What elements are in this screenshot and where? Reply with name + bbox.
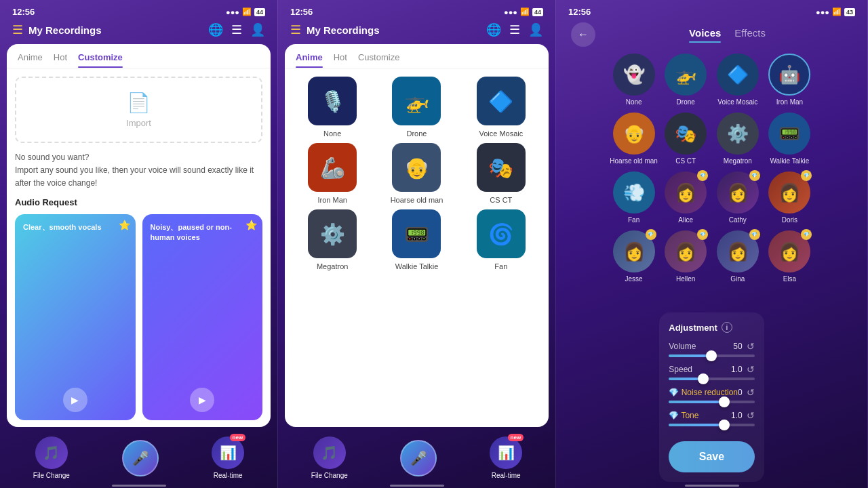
speed-track[interactable] [669, 378, 754, 380]
voice-item-walkie-talkie[interactable]: 📟Walkie Talkie [377, 209, 456, 270]
time-2: 12:56 [290, 7, 313, 17]
voice-item-hoarse[interactable]: 👴Hoarse old man [377, 143, 456, 204]
play-btn-2[interactable]: ▶ [190, 388, 214, 412]
voice-avatar-voice-mosaic: 🔷 [717, 54, 759, 96]
save-button[interactable]: Save [669, 441, 754, 472]
voice-card-voice-mosaic[interactable]: 🔷Voice Mosaic [714, 54, 762, 106]
hamburger-icon-2[interactable]: ☰ [290, 22, 301, 37]
status-bar-1: 12:56 ●●● 📶 44 [7, 7, 271, 17]
list-icon-2[interactable]: ☰ [509, 22, 520, 37]
voice-card-hoarse[interactable]: 👴Hoarse old man [610, 113, 658, 165]
speed-reset[interactable]: ↺ [747, 364, 755, 375]
globe-icon-2[interactable]: 🌐 [486, 22, 501, 37]
voice-card-fan[interactable]: 💨Fan [610, 171, 658, 224]
noise-value: 0 [738, 388, 743, 397]
voice-card-hellen[interactable]: 👩💎Hellen [662, 230, 710, 283]
user-icon-2[interactable]: 👤 [528, 22, 543, 37]
wifi-icon-3: 📶 [832, 7, 842, 16]
voice-card-elsa[interactable]: 👩💎Elsa [766, 230, 814, 283]
hamburger-icon-1[interactable]: ☰ [12, 22, 23, 37]
voice-card-none[interactable]: 👻None [610, 54, 658, 106]
volume-fill [669, 354, 711, 357]
tab-hot-2[interactable]: Hot [334, 52, 347, 68]
voice-card-label-hellen: Hellen [676, 275, 695, 283]
voice-item-iron-man[interactable]: 🦾Iron Man [293, 143, 372, 204]
premium-badge-hellen: 💎 [697, 229, 708, 240]
noise-reset[interactable]: ↺ [747, 387, 755, 398]
tone-thumb[interactable] [719, 420, 730, 430]
noise-track[interactable] [669, 401, 754, 403]
user-icon-1[interactable]: 👤 [250, 22, 265, 37]
tab-customize-1[interactable]: Customize [78, 52, 123, 68]
nav-mic-1[interactable]: 🎤 [122, 440, 159, 476]
voice-card-doris[interactable]: 👩💎Doris [766, 171, 814, 224]
volume-track[interactable] [669, 354, 754, 357]
nav-realtime-2[interactable]: new 📊 Real-time [490, 436, 522, 479]
voice-box-drone: 🚁 [392, 77, 441, 125]
file-change-label-2: File Change [311, 472, 348, 479]
signal-icon-3: ●●● [816, 8, 829, 16]
tab-customize-2[interactable]: Customize [358, 52, 399, 68]
tone-track[interactable] [669, 424, 754, 426]
nav-file-change-2[interactable]: 🎵 File Change [311, 436, 348, 479]
speed-label-row: Speed 1.0 ↺ [669, 364, 754, 375]
voice-item-drone[interactable]: 🚁Drone [377, 77, 456, 138]
nav-realtime-1[interactable]: new 📊 Real-time [212, 436, 244, 479]
volume-reset[interactable]: ↺ [747, 341, 755, 352]
speed-value: 1.0 [731, 365, 743, 374]
voice-avatar-cs-ct: 🎭 [665, 113, 707, 155]
adj-header: Adjustment i [669, 322, 754, 333]
voice-card-alice[interactable]: 👩💎Alice [662, 171, 710, 224]
volume-thumb[interactable] [706, 350, 717, 361]
list-icon-1[interactable]: ☰ [231, 22, 242, 37]
noise-thumb[interactable] [719, 396, 730, 407]
globe-icon-1[interactable]: 🌐 [208, 22, 223, 37]
volume-label: Volume [669, 342, 696, 351]
voice-card-jesse[interactable]: 👩💎Jesse [610, 230, 658, 283]
voice-card-cathy[interactable]: 👩💎Cathy [714, 171, 762, 224]
voice-item-megatron[interactable]: ⚙️Megatron [293, 209, 372, 270]
app-header-1: ☰ My Recordings 🌐 ☰ 👤 [7, 22, 271, 37]
tab-effects[interactable]: Effects [734, 27, 766, 43]
voice-avatar-elsa: 👩💎 [768, 230, 810, 272]
voice-card-megatron[interactable]: ⚙️Megatron [714, 113, 762, 165]
bottom-nav-1: 🎵 File Change 🎤 new 📊 Real-time [7, 432, 271, 482]
voice-avatar-none: 👻 [613, 54, 655, 96]
tone-label-row: 💎 Tone 1.0 ↺ [669, 410, 754, 421]
realtime-label-1: Real-time [214, 472, 243, 479]
voice-card-iron-man[interactable]: 🤖Iron Man [766, 54, 814, 106]
tab-anime-1[interactable]: Anime [18, 52, 43, 68]
voice-item-voice-mosaic[interactable]: 🔷Voice Mosaic [462, 77, 540, 138]
app-title-1: My Recordings [28, 24, 102, 36]
voice-row-3: 👩💎Jesse👩💎Hellen👩💎Gina👩💎Elsa [610, 230, 813, 283]
voice-card-drone[interactable]: 🚁Drone [662, 54, 710, 106]
voice-item-none[interactable]: 🎙️None [293, 77, 372, 138]
voice-card-gina[interactable]: 👩💎Gina [714, 230, 762, 283]
white-card-2: Anime Hot Customize 🎙️None🚁Drone🔷Voice M… [285, 44, 549, 427]
back-button[interactable]: ← [571, 22, 595, 47]
play-btn-1[interactable]: ▶ [63, 388, 87, 412]
voice-item-cs-ct[interactable]: 🎭CS CT [462, 143, 540, 204]
battery-3: 43 [844, 8, 855, 16]
tabs-1: Anime Hot Customize [7, 44, 271, 68]
volume-row: Volume 50 ↺ [669, 341, 754, 357]
tone-reset[interactable]: ↺ [747, 410, 755, 421]
audio-btn-noisy[interactable]: ⭐ Noisy、paused or non-human voices ▶ [142, 214, 263, 420]
nav-mic-2[interactable]: 🎤 [400, 440, 437, 476]
tab-anime-2[interactable]: Anime [296, 52, 323, 68]
tab-hot-1[interactable]: Hot [54, 52, 67, 68]
tab-voices[interactable]: Voices [689, 27, 721, 43]
voice-card-cs-ct[interactable]: 🎭CS CT [662, 113, 710, 165]
app-title-2: My Recordings [307, 24, 380, 36]
voice-item-fan[interactable]: 🌀Fan [462, 209, 540, 270]
voice-card-walkie[interactable]: 📟Walkie Talkie [766, 113, 814, 165]
info-icon[interactable]: i [722, 322, 732, 333]
voice-label-walkie-talkie: Walkie Talkie [395, 262, 439, 270]
voice-card-label-none: None [626, 98, 642, 106]
audio-btn-clear[interactable]: ⭐ Clear、smooth vocals ▶ [15, 214, 136, 420]
speed-thumb[interactable] [698, 373, 709, 384]
nav-file-change-1[interactable]: 🎵 File Change [33, 436, 70, 479]
import-area[interactable]: 📄 Import [15, 77, 262, 143]
voice-label-iron-man: Iron Man [317, 196, 347, 204]
voice-row-0: 👻None🚁Drone🔷Voice Mosaic🤖Iron Man [610, 54, 813, 106]
